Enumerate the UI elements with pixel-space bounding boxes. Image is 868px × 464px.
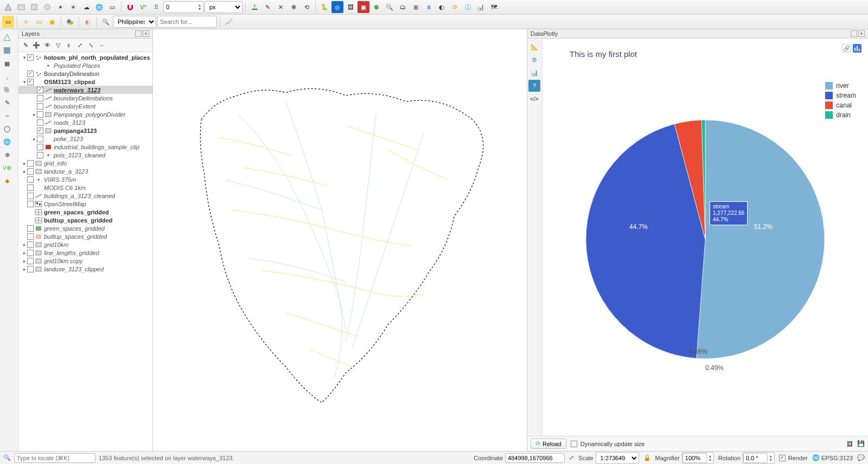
help-tab-icon[interactable]: ? — [528, 80, 540, 92]
globe-icon[interactable]: 🌐 — [93, 1, 105, 13]
python-console-icon[interactable]: 🐍 — [318, 1, 330, 13]
layer-tree-item[interactable]: ▸grid10km copy — [18, 257, 152, 265]
add-mesh-icon[interactable]: ▦ — [1, 58, 13, 69]
legend-item[interactable]: stream — [825, 92, 856, 99]
chart-mode-bar-icon[interactable] — [853, 44, 861, 53]
manage-visibility-icon[interactable]: 👁 — [42, 40, 52, 50]
add-raster-icon[interactable] — [1, 45, 13, 56]
close-icon[interactable]: × — [858, 30, 865, 37]
extents-icon[interactable]: ⤢ — [569, 454, 574, 461]
layer-tree-item[interactable]: waterways_3123 — [18, 86, 152, 94]
filter-legend-icon[interactable]: ▽ — [53, 40, 63, 50]
legend-item[interactable]: river — [825, 82, 856, 90]
filter-expression-icon[interactable]: ε — [64, 40, 74, 50]
plugin-5-icon[interactable]: 🔍 — [384, 1, 395, 13]
layer-tree-item[interactable]: ▾hotosm_phl_north_populated_places — [18, 53, 152, 61]
reload-button[interactable]: ⟳Reload — [531, 438, 566, 449]
layer-tree-item[interactable]: builtup_spaces_gridded — [18, 232, 152, 240]
add-wms-icon[interactable]: 🌐 — [1, 136, 13, 148]
layer-tree-item[interactable]: OpenStreetMap — [18, 200, 152, 208]
remove-layer-icon[interactable]: － — [97, 40, 106, 50]
map-canvas[interactable] — [153, 29, 527, 451]
plot-type-tab-icon[interactable]: 📐 — [528, 41, 540, 53]
close-icon[interactable]: × — [143, 30, 149, 37]
select-features-icon[interactable]: ▭ — [2, 16, 14, 28]
plugin-4-icon[interactable]: ⬢ — [371, 1, 382, 13]
layer-tree-item[interactable]: ▸landuse_a_3123 — [18, 167, 152, 175]
plot-settings-tab-icon[interactable]: ⚙ — [528, 54, 540, 66]
plugin-3-icon[interactable]: ▣ — [358, 1, 369, 13]
add-group-icon[interactable]: ➕ — [31, 40, 41, 50]
plugin-13-icon[interactable]: 🗺 — [488, 1, 500, 13]
fish-icon[interactable]: ◐ — [82, 16, 94, 28]
mask-icon[interactable]: 🎭 — [64, 16, 76, 28]
nominatim-search-input[interactable] — [157, 16, 217, 28]
nominatim-search-icon[interactable]: 🔍 — [100, 16, 112, 28]
code-tab-icon[interactable]: </> — [528, 93, 540, 105]
sun-icon[interactable]: ☀ — [67, 1, 79, 13]
layer-tree-item[interactable]: industrial_buildings_sample_clip — [18, 143, 152, 151]
plugin-11-icon[interactable]: ⓘ — [462, 1, 474, 13]
legend-item[interactable]: drain — [825, 111, 856, 119]
layer-tree-item[interactable]: BoundaryDelineation — [18, 69, 152, 78]
snap-intersection-icon[interactable]: ✕ — [275, 1, 286, 13]
plot-view-tab-icon[interactable]: 📊 — [528, 67, 540, 79]
layer-tree-item[interactable]: pampanga3123 — [18, 126, 152, 135]
plugin-10-icon[interactable]: ⟳ — [449, 1, 461, 13]
rotation-spinbox[interactable]: ▲▼ — [743, 452, 775, 464]
export-png-icon[interactable]: 🖼 — [847, 441, 853, 447]
layer-tree-item[interactable]: ▾OSM3123_clipped — [18, 78, 152, 86]
sql-icon[interactable]: ▭ — [106, 1, 118, 13]
messages-icon[interactable]: 💬 — [857, 454, 865, 461]
add-spatialite-icon[interactable]: ✎ — [1, 97, 13, 109]
layer-tree-item[interactable]: ▸line_lengths_gridded — [18, 249, 152, 257]
layer-tree-item[interactable]: Populated Places — [18, 61, 152, 69]
plugin-1-icon[interactable]: ◎ — [331, 1, 343, 13]
chart-mode-link-icon[interactable]: 🔗 — [842, 44, 851, 53]
snap-segment-icon[interactable]: ✻ — [288, 1, 299, 13]
coordinate-input[interactable] — [505, 453, 565, 463]
plugin-8-icon[interactable]: ⋔ — [423, 1, 435, 13]
plot-legend[interactable]: riverstreamcanaldrain — [825, 82, 856, 121]
layer-tree-item[interactable]: roads_3123 — [18, 118, 152, 126]
add-xyz-icon[interactable]: ⊕ — [1, 149, 13, 161]
add-vector-icon[interactable] — [1, 31, 13, 43]
undock-icon[interactable] — [851, 30, 857, 37]
vertex-tool-icon[interactable]: V° — [137, 1, 149, 13]
magnet-icon[interactable] — [124, 1, 136, 13]
layer-tree-item[interactable]: MODIS C6 1km — [18, 183, 152, 192]
layer-tree-item[interactable]: pois_3123_cleaned — [18, 151, 152, 159]
render-toggle[interactable]: Render — [779, 455, 808, 461]
expand-all-icon[interactable]: ⤢ — [75, 40, 85, 50]
add-virtual-layer-icon[interactable]: ◆ — [1, 175, 13, 187]
crs-button[interactable]: 🌐EPSG:3123 — [812, 454, 853, 461]
deselect-icon[interactable]: ▭ — [33, 16, 45, 28]
new-geopackage-icon[interactable] — [28, 1, 40, 13]
layer-tree-item[interactable]: ▸landuse_3123_clipped — [18, 265, 152, 273]
new-spatialite-icon[interactable] — [41, 1, 53, 13]
nominatim-scope-select[interactable]: Philippines — [113, 16, 156, 28]
snap-tolerance-input[interactable] — [164, 2, 196, 12]
self-snap-icon[interactable]: ⟲ — [301, 1, 312, 13]
export-html-icon[interactable]: 💾 — [857, 440, 865, 447]
snap-tolerance-spinbox[interactable]: ▲▼ — [163, 1, 203, 13]
layer-tree-item[interactable]: ▸grid_info — [18, 159, 152, 167]
plugin-12-icon[interactable]: 📊 — [475, 1, 487, 13]
add-postgis-icon[interactable]: 🐘 — [1, 84, 13, 96]
snap-unit-select[interactable]: px — [205, 1, 242, 13]
layer-tree-item[interactable]: boundaryDelimitations — [18, 94, 152, 102]
legend-item[interactable]: canal — [825, 101, 856, 109]
plugin-9-icon[interactable]: ◐ — [436, 1, 448, 13]
layer-tree-item[interactable]: builtup_spaces_gridded — [18, 216, 152, 224]
layer-tree-item[interactable]: boundaryExtent — [18, 102, 152, 110]
pie-chart[interactable]: 44.7% 51.2% stream 1,277,222.66 44.7% — [586, 120, 825, 359]
select-value-icon[interactable]: ≡ — [20, 16, 32, 28]
snapping-options-icon[interactable]: ⠿ — [150, 1, 162, 13]
plugin-7-icon[interactable]: ⊞ — [410, 1, 422, 13]
new-vector-icon[interactable] — [2, 1, 14, 13]
layer-tree-item[interactable]: ▸Pampanga_polygonDivider — [18, 110, 152, 118]
layer-tree-item[interactable]: VIIRS 375m — [18, 175, 152, 183]
cloud-icon[interactable]: ☁ — [80, 1, 92, 13]
layer-tree[interactable]: ▾hotosm_phl_north_populated_placesPopula… — [18, 52, 152, 451]
add-mssql-icon[interactable]: ⎓ — [1, 110, 13, 122]
